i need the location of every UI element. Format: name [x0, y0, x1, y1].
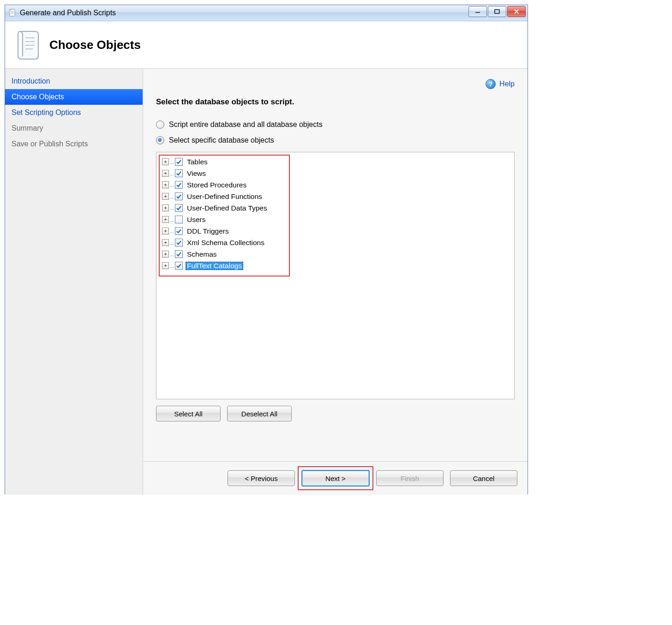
tree-row[interactable]: +User-Defined Data Types: [160, 202, 510, 214]
expand-icon[interactable]: +: [162, 228, 169, 234]
minimize-icon: [474, 9, 481, 14]
title-bar: Generate and Publish Scripts: [5, 5, 528, 21]
wizard-body: Introduction Choose Objects Set Scriptin…: [5, 69, 528, 495]
tree-row[interactable]: +Xml Schema Collections: [160, 237, 510, 248]
checkbox[interactable]: [175, 227, 183, 235]
checkbox[interactable]: [175, 158, 183, 166]
svg-rect-5: [495, 10, 499, 13]
previous-button[interactable]: < Previous: [228, 470, 295, 486]
tree-item-label[interactable]: Xml Schema Collections: [186, 239, 266, 247]
tree-action-row: Select All Deselect All: [156, 406, 515, 421]
sidebar-item-choose-objects[interactable]: Choose Objects: [5, 89, 143, 105]
tree-connector: [170, 172, 174, 175]
checkbox[interactable]: [175, 192, 183, 200]
tree-row[interactable]: +Tables: [160, 156, 510, 168]
expand-icon[interactable]: +: [162, 251, 169, 258]
wizard-main: ? Help Select the database objects to sc…: [143, 69, 528, 495]
app-icon: [8, 8, 17, 18]
tree-item-label[interactable]: Tables: [186, 158, 209, 166]
next-button[interactable]: Next >: [301, 470, 370, 487]
tree-row[interactable]: +Stored Procedures: [160, 179, 510, 191]
wizard-window: Generate and Publish Scripts: [5, 5, 528, 494]
close-icon: [513, 9, 520, 14]
tree-item-label[interactable]: Users: [186, 216, 207, 224]
radio-label: Script entire database and all database …: [169, 120, 323, 129]
expand-icon[interactable]: +: [162, 216, 169, 223]
tree-item-label[interactable]: Schemas: [186, 250, 218, 258]
radio-script-all[interactable]: Script entire database and all database …: [156, 120, 515, 129]
tree-row[interactable]: +FullText Catalogs: [160, 260, 510, 271]
tree-connector: [170, 218, 174, 222]
radio-label: Select specific database objects: [169, 136, 274, 144]
tree-connector: [170, 195, 174, 198]
window-title: Generate and Publish Scripts: [20, 9, 116, 17]
radio-icon: [156, 136, 164, 144]
instruction-text: Select the database objects to script.: [156, 97, 515, 107]
checkbox[interactable]: [175, 204, 183, 212]
tree-row[interactable]: +DDL Triggers: [160, 225, 510, 237]
tree-item-label[interactable]: Views: [186, 169, 207, 178]
maximize-button[interactable]: [488, 6, 506, 17]
select-all-button[interactable]: Select All: [156, 406, 221, 421]
cancel-button[interactable]: Cancel: [450, 470, 517, 486]
expand-icon[interactable]: +: [162, 193, 169, 200]
window-controls: [468, 6, 526, 17]
help-icon: ?: [486, 79, 496, 89]
wizard-footer: < Previous Next > Finish Cancel: [143, 461, 528, 495]
tree-connector: [170, 264, 174, 268]
sidebar-item-introduction[interactable]: Introduction: [5, 73, 143, 89]
help-link[interactable]: ? Help: [486, 79, 515, 89]
checkbox[interactable]: [175, 216, 183, 223]
maximize-icon: [494, 9, 500, 14]
expand-icon[interactable]: +: [162, 239, 169, 246]
tree-item-label[interactable]: FullText Catalogs: [186, 262, 243, 270]
wizard-sidebar: Introduction Choose Objects Set Scriptin…: [5, 69, 143, 495]
checkbox[interactable]: [175, 169, 183, 177]
script-icon: [14, 29, 41, 61]
tree-row[interactable]: +Users: [160, 214, 510, 225]
close-button[interactable]: [507, 6, 526, 17]
expand-icon[interactable]: +: [162, 181, 169, 188]
radio-group: Script entire database and all database …: [156, 120, 515, 144]
tree-item-label[interactable]: User-Defined Functions: [186, 192, 264, 201]
sidebar-item-set-scripting-options[interactable]: Set Scripting Options: [5, 105, 143, 120]
checkbox[interactable]: [175, 262, 183, 270]
minimize-button[interactable]: [468, 6, 487, 17]
expand-icon[interactable]: +: [162, 158, 169, 165]
tree-item-label[interactable]: Stored Procedures: [186, 181, 248, 189]
deselect-all-button[interactable]: Deselect All: [227, 406, 292, 421]
tree-row[interactable]: +Schemas: [160, 248, 510, 260]
tree-connector: [170, 183, 174, 187]
checkbox[interactable]: [175, 181, 183, 189]
tree-item-label[interactable]: User-Defined Data Types: [186, 204, 269, 212]
tree-connector: [170, 252, 174, 256]
sidebar-item-summary[interactable]: Summary: [5, 120, 143, 136]
expand-icon[interactable]: +: [162, 262, 169, 269]
tree-connector: [170, 229, 174, 233]
help-label: Help: [499, 80, 515, 88]
page-title: Choose Objects: [49, 38, 141, 52]
expand-icon[interactable]: +: [162, 204, 169, 211]
checkbox[interactable]: [175, 250, 183, 258]
tree-connector: [170, 160, 174, 164]
object-tree[interactable]: +Tables+Views+Stored Procedures+User-Def…: [156, 152, 515, 399]
tree-connector: [170, 241, 174, 245]
sidebar-item-save-publish[interactable]: Save or Publish Scripts: [5, 136, 143, 152]
checkbox[interactable]: [175, 239, 183, 246]
tree-item-label[interactable]: DDL Triggers: [186, 227, 230, 235]
radio-icon: [156, 120, 164, 129]
radio-select-specific[interactable]: Select specific database objects: [156, 136, 515, 144]
tree-row[interactable]: +User-Defined Functions: [160, 191, 510, 202]
finish-button: Finish: [376, 470, 444, 486]
tree-connector: [170, 206, 174, 210]
tree-row[interactable]: +Views: [160, 168, 510, 179]
wizard-header: Choose Objects: [5, 21, 528, 69]
expand-icon[interactable]: +: [162, 170, 169, 177]
